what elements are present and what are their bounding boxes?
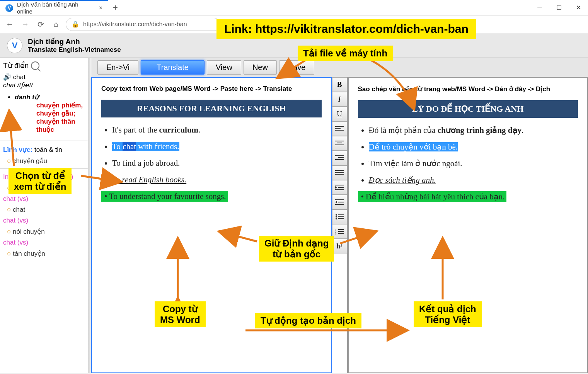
dict-label: Từ điển (3, 61, 29, 70)
app-logo: V (7, 38, 22, 53)
heading-button[interactable]: h¹ (332, 239, 347, 253)
source-heading: REASONS FOR LEARNING ENGLISH (101, 100, 322, 117)
list-item: Đọc sách tiếng anh. (369, 175, 578, 185)
save-button[interactable]: Save (279, 60, 315, 75)
list-item: Đó là một phần của chương trình giảng dạ… (369, 126, 578, 135)
list-number-button[interactable]: 123 (332, 224, 347, 239)
app-title-line1: Dịch tiếng Anh (28, 37, 121, 46)
app-header: V Dịch tiếng Anh Translate English-Vietn… (0, 33, 588, 58)
source-list: It's part of the curriculum. To chat wit… (112, 125, 322, 201)
dict-linhvuc: Lĩnh vực: toán & tin (0, 143, 88, 156)
svg-text:3: 3 (335, 233, 336, 235)
translate-button[interactable]: Translate (141, 60, 205, 75)
source-editor[interactable]: Copy text from Web page/MS Word -> Paste… (91, 77, 332, 373)
list-item: • Để hiểu những bài hát yêu thích của bạ… (358, 192, 578, 202)
main-area: Từ điển chat chat /tʃæt/ danh từ chuyện … (0, 58, 588, 373)
dict-word[interactable]: chat (3, 73, 85, 81)
svg-point-20 (336, 214, 337, 216)
tab-title: Dịch Văn bản tiếng Anh online (17, 1, 95, 15)
nav-forward-button[interactable]: → (19, 19, 31, 30)
align-right-button[interactable] (332, 151, 347, 165)
target-list: Đó là một phần của chương trình giảng dạ… (369, 126, 578, 202)
underline-button[interactable]: U (332, 107, 347, 121)
svg-marker-17 (335, 201, 337, 203)
italic-button[interactable]: I (332, 92, 347, 107)
list-bullet-button[interactable] (332, 209, 347, 224)
sidebar-resize-handle[interactable] (88, 58, 91, 373)
list-item: To chat with friends. (112, 142, 322, 151)
window-minimize-button[interactable]: ─ (530, 0, 549, 15)
target-heading: LÝ DO ĐỂ HỌC TIẾNG ANH (358, 100, 578, 118)
list-item: Để trò chuyện với bạn bè. (369, 142, 578, 152)
url-bar[interactable]: 🔒 https://vikitranslator.com/dich-van-ba… (66, 18, 220, 31)
target-hint: Sao chép văn bản từ trang web/MS Word ->… (358, 85, 578, 93)
list-item: To find a job abroad. (112, 158, 322, 168)
nav-reload-button[interactable]: ⟳ (35, 19, 46, 30)
dict-vs-title: chat (vs) (0, 193, 88, 205)
browser-navbar: ← → ⟳ ⌂ 🔒 https://vikitranslator.com/dic… (0, 15, 588, 33)
nav-back-button[interactable]: ← (4, 19, 15, 30)
editors: Copy text from Web page/MS Word -> Paste… (91, 77, 588, 373)
new-tab-button[interactable]: + (108, 3, 123, 13)
dict-irc-item: chương trình IRC (7, 183, 88, 193)
dict-irc-title: Internet relay chat (IRC) (0, 171, 88, 183)
favicon: V (5, 4, 13, 12)
lock-icon: 🔒 (72, 20, 79, 28)
dict-vs-title: chat (vs) (0, 236, 88, 249)
app-title-line2: Translate English-Vietnamese (28, 46, 121, 54)
outdent-button[interactable] (332, 195, 347, 209)
dict-vs-item: chat (7, 205, 88, 214)
align-justify-button[interactable] (332, 165, 347, 180)
align-left-button[interactable] (332, 121, 347, 136)
list-item: Tìm việc làm ở nước ngoài. (369, 159, 578, 168)
svg-marker-13 (335, 186, 337, 189)
dict-vs-item: tán chuyện (7, 249, 88, 258)
source-hint: Copy text from Web page/MS Word -> Paste… (101, 85, 322, 93)
dict-vs-title: chat (vs) (0, 214, 88, 227)
content-area: En->Vi Translate View New Save Copy text… (91, 58, 588, 373)
new-button[interactable]: New (244, 60, 277, 75)
window-maximize-button[interactable]: ☐ (549, 0, 569, 15)
browser-titlebar: V Dịch Văn bản tiếng Anh online × + ─ ☐ … (0, 0, 588, 15)
window-close-button[interactable]: ✕ (569, 0, 588, 15)
align-center-button[interactable] (332, 136, 347, 151)
search-icon[interactable] (31, 61, 39, 70)
bold-button[interactable]: B (332, 77, 347, 92)
lang-toggle-button[interactable]: En->Vi (97, 60, 138, 75)
list-item: It's part of the curriculum. (112, 125, 322, 135)
dict-entry: chat chat /tʃæt/ danh từ chuyện phiếm, c… (0, 71, 88, 138)
toolbar: En->Vi Translate View New Save (91, 58, 588, 77)
url-text: https://vikitranslator.com/dich-van-ban (83, 21, 187, 28)
dict-search: Từ điển (0, 58, 88, 71)
list-item: • To understand your favourite songs. (101, 192, 322, 201)
dict-phonetic: chat /tʃæt/ (3, 81, 85, 89)
indent-button[interactable] (332, 180, 347, 195)
svg-point-24 (336, 218, 337, 219)
sidebar-dictionary: Từ điển chat chat /tʃæt/ danh từ chuyện … (0, 58, 88, 373)
nav-home-button[interactable]: ⌂ (50, 19, 62, 30)
browser-tab[interactable]: V Dịch Văn bản tiếng Anh online × (0, 0, 108, 15)
dict-linhvuc-item: chuyện gẫu (7, 156, 88, 166)
target-editor[interactable]: Sao chép văn bản từ trang web/MS Word ->… (348, 77, 588, 373)
dict-vs-item: nói chuyện (7, 227, 88, 236)
dict-meaning: chuyện phiếm, chuyện gẫu; chuyện thân th… (36, 101, 85, 134)
view-button[interactable]: View (207, 60, 241, 75)
dict-pos: danh từ (15, 94, 39, 101)
svg-point-22 (336, 216, 337, 218)
list-item: To read English books. (112, 175, 322, 185)
tab-close-icon[interactable]: × (99, 5, 102, 12)
format-toolbar: B I U 123 h¹ (332, 77, 348, 373)
